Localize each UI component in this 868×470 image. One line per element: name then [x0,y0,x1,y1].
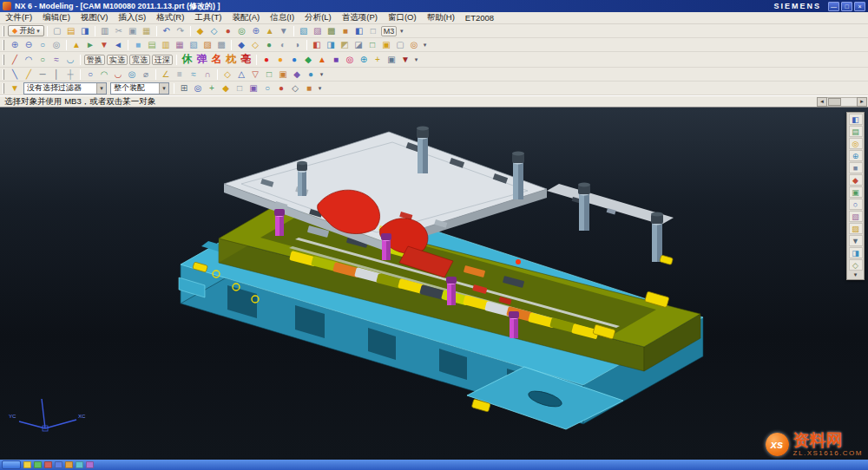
paste-icon[interactable]: ▦ [140,25,154,37]
toolbar-icon[interactable]: ● [287,54,301,66]
toolbar-icon[interactable]: ◎ [125,69,139,81]
toolbar-icon[interactable]: ◡ [111,69,125,81]
toolbar-icon[interactable]: ▲ [315,54,329,66]
toolbar-icon[interactable]: ≈ [49,54,63,66]
taskbar-icon[interactable] [23,461,31,468]
m3-indicator[interactable]: M3 [381,26,398,36]
side-toolbar-icon[interactable]: ▣ [849,186,863,198]
toolbar-icon[interactable]: ▩ [325,25,339,37]
cut-icon[interactable]: ✂ [112,25,126,37]
side-toolbar-icon[interactable]: ■ [849,162,863,173]
maximize-button[interactable]: □ [841,2,852,11]
side-toolbar-icon[interactable]: ◎ [849,138,863,149]
menu-item-2[interactable]: 编辑(E) [37,12,76,23]
toolbar-icon[interactable]: △ [234,69,248,81]
undo-icon[interactable]: ↶ [160,25,174,37]
menu-item-3[interactable]: 视图(V) [76,12,114,23]
toolbar-icon[interactable]: ■ [131,39,145,51]
toolbar-icon[interactable]: ◄ [111,39,125,51]
minimize-button[interactable]: — [828,2,839,11]
scroll-left-button[interactable]: ◄ [817,97,827,107]
toolbar-text-button[interactable]: 迁深 [152,55,173,65]
toolbar-icon[interactable]: ◎ [191,82,205,95]
toolbar-text-button[interactable]: 宽选 [129,55,150,65]
toolbar-grip[interactable] [3,26,5,36]
toolbar-dropdown-arrow[interactable]: ▾ [412,56,420,63]
toolbar-icon[interactable]: ≈ [187,69,201,81]
toolbar-grip[interactable] [3,69,5,80]
toolbar-macro-button[interactable]: 名 [209,52,224,67]
cad-model[interactable]: XC YC [0,108,868,460]
toolbar-icon[interactable]: ┼ [63,69,77,81]
toolbar-grip[interactable] [3,83,5,94]
menu-item-9[interactable]: 分析(L) [299,12,337,23]
side-toolbar-icon[interactable]: ▧ [849,211,863,222]
selection-scope-combo[interactable]: 整个装配▾ [110,82,169,95]
toolbar-macro-button[interactable]: 弹 [194,52,209,67]
toolbar-grip[interactable] [3,40,5,50]
toolbar-icon[interactable]: ◆ [219,82,233,95]
toolbar-icon[interactable]: ■ [302,82,316,95]
taskbar-icon[interactable] [65,461,73,468]
toolbar-icon[interactable]: ◡ [63,54,77,66]
toolbar-icon[interactable]: ◎ [407,39,421,51]
toolbar-icon[interactable]: ▼ [398,54,412,66]
toolbar-icon[interactable]: ◨ [324,39,338,51]
side-toolbar-icon[interactable]: ◧ [849,114,863,125]
toolbar-icon[interactable]: │ [49,69,63,81]
toolbar-icon[interactable]: ◧ [352,25,366,37]
toolbar-icon[interactable]: ▣ [385,54,398,66]
toolbar-dropdown-arrow[interactable]: ▾ [398,28,405,35]
toolbar-icon[interactable]: ∩ [201,69,214,81]
toolbar-icon[interactable]: ◆ [194,25,207,37]
toolbar-macro-button[interactable]: 休 [180,52,194,67]
menu-item-7[interactable]: 装配(A) [227,12,266,23]
side-toolbar-icon[interactable]: ○ [849,199,863,210]
toolbar-dropdown-arrow[interactable]: ▾ [316,85,324,92]
toolbar-icon[interactable]: ▢ [393,39,407,51]
toolbar-icon[interactable]: ◇ [207,25,221,37]
toolbar-icon[interactable]: ◠ [97,69,111,81]
toolbar-icon[interactable]: ╱ [8,54,22,66]
filter-icon[interactable]: ▼ [8,82,22,95]
zoom-in-icon[interactable]: ⊕ [8,39,22,51]
save-icon[interactable]: ◨ [78,25,92,37]
toolbar-icon[interactable]: ◇ [288,82,302,95]
toolbar-icon[interactable]: ▧ [297,25,311,37]
menu-item-11[interactable]: 窗口(O) [383,12,422,23]
toolbar-icon[interactable]: □ [365,39,379,51]
toolbar-icon[interactable]: ◆ [301,54,315,66]
toolbar-grip[interactable] [3,55,5,65]
chevron-down-icon[interactable]: ▾ [96,83,106,94]
toolbar-icon[interactable]: ▨ [201,39,214,51]
taskbar-icon[interactable] [44,461,52,468]
graphics-area[interactable]: XC YC ◧▤◎⊕■◆▣○▧▨▼◨◇ ▾ xs 资料网 ZL.XS1616.C… [0,108,868,460]
toolbar-icon[interactable]: ■ [329,54,343,66]
toolbar-text-button[interactable]: 实选 [107,55,128,65]
toolbar-icon[interactable]: ● [221,25,235,37]
toolbar-icon[interactable]: ╱ [22,69,36,81]
toolbar-icon[interactable]: ▤ [145,39,159,51]
toolbar-icon[interactable]: ≡ [173,69,187,81]
menu-item-5[interactable]: 格式(R) [151,12,189,23]
redo-icon[interactable]: ↷ [174,25,187,37]
scroll-track[interactable] [827,97,857,107]
side-toolbar-icon[interactable]: ▨ [849,223,863,234]
toolbar-macro-button[interactable]: 枕 [224,52,239,67]
toolbar-icon[interactable]: ▨ [311,25,325,37]
toolbar-icon[interactable]: ◠ [22,54,36,66]
toolbar-icon[interactable]: ╲ [8,69,22,81]
toolbar-icon[interactable]: ■ [339,25,352,37]
toolbar-macro-button[interactable]: 亳 [239,52,253,67]
toolbar-icon[interactable]: □ [233,82,247,95]
side-toolbar-icon[interactable]: ◨ [849,247,863,258]
toolbar-icon[interactable]: □ [366,25,380,37]
toolbar-icon[interactable]: ▲ [263,25,277,37]
toolbar-icon[interactable]: + [205,82,219,95]
toolbar-icon[interactable]: ▼ [277,25,291,37]
close-button[interactable]: × [854,2,865,11]
new-icon[interactable]: ▢ [50,25,64,37]
selection-filter-combo[interactable]: 没有选择过滤器▾ [23,82,107,95]
toolbar-icon[interactable]: ▩ [214,39,228,51]
toolbar-icon[interactable]: ◑ [290,39,304,51]
